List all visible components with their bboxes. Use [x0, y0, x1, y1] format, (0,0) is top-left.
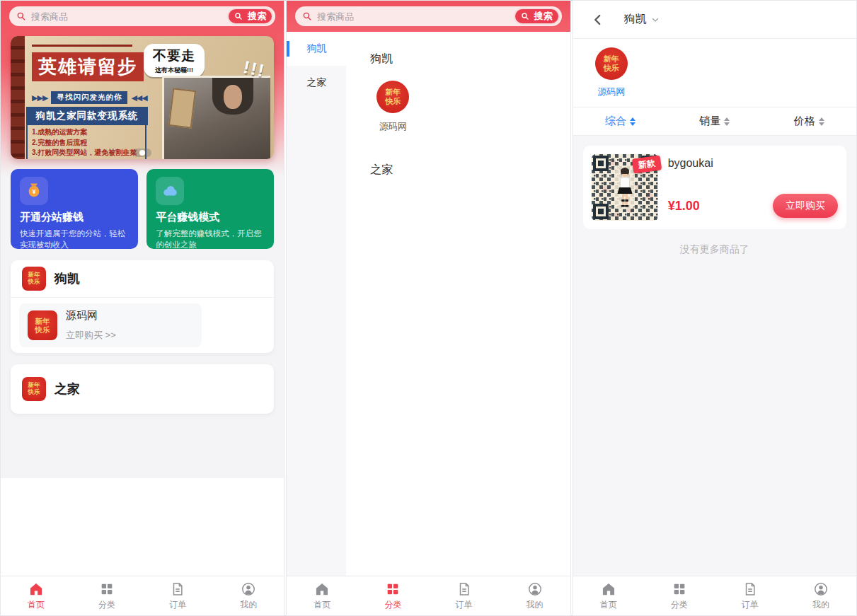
section-card-zhijia: 新年 快乐 之家 [11, 364, 274, 414]
no-more-text: 没有更多商品了 [573, 243, 856, 256]
sort-price[interactable]: 价格 [762, 115, 856, 128]
app-icon-line2: 快乐 [385, 97, 401, 106]
carousel-indicator[interactable] [133, 149, 151, 157]
nav-me[interactable]: 我的 [786, 581, 856, 611]
section-card-goukai: 新年 快乐 狗凯 新年 快乐 源码网 [11, 260, 274, 353]
search-button-label: 搜索 [248, 10, 266, 23]
search-input[interactable] [316, 11, 513, 23]
carousel-dot [139, 150, 145, 156]
nav-orders-label: 订单 [456, 599, 473, 611]
promo-title: 开通分站赚钱 [20, 211, 129, 224]
buy-now-link[interactable]: 立即购买 >> [66, 329, 116, 342]
sort-sales[interactable]: 销量 [667, 115, 761, 128]
banner-exclaim: !!! [242, 57, 268, 81]
hero-banner[interactable]: 英雄请留步 不要走 这有本秘籍!!! !!! ▶▶▶ 寻找闪闪发光的你 [11, 36, 274, 159]
home-screen: 搜索 英雄请留步 不要走 这有本秘籍!!! [1, 1, 284, 576]
sidebar-item-label: 之家 [306, 76, 326, 89]
search-button-icon [521, 12, 529, 21]
listing-title: 狗凯 [624, 12, 647, 27]
nav-me[interactable]: 我的 [213, 581, 284, 611]
search-button[interactable]: 搜索 [227, 8, 273, 25]
nav-category-label: 分类 [384, 599, 401, 611]
app-icon-line2: 快乐 [35, 325, 50, 334]
buy-now-button[interactable]: 立即购买 [773, 194, 838, 218]
category-item-label: 源码网 [370, 120, 415, 133]
listing-header: 狗凯 [573, 1, 856, 39]
nav-home[interactable]: 首页 [1, 581, 71, 611]
search-field[interactable]: 搜索 [295, 6, 561, 26]
sort-label: 销量 [699, 115, 720, 128]
banner-point-2: 2.完整的售后流程 [32, 138, 142, 149]
banner-point-3: 3.打败同类型网站，避免被割韭菜 [32, 148, 142, 158]
sidebar-item-zhijia[interactable]: 之家 [287, 66, 346, 100]
nav-category[interactable]: 分类 [644, 581, 715, 611]
listing-title-dropdown[interactable]: 狗凯 [624, 12, 660, 27]
app-frame: 搜索 英雄请留步 不要走 这有本秘籍!!! [0, 0, 857, 616]
section-header-goukai[interactable]: 新年 快乐 狗凯 [11, 260, 274, 297]
nav-category[interactable]: 分类 [71, 581, 142, 611]
promo-title: 平台赚钱模式 [156, 211, 265, 224]
nav-orders-label: 订单 [169, 599, 186, 611]
search-button[interactable]: 搜索 [514, 8, 560, 25]
nav-me-label: 我的 [240, 599, 257, 611]
nav-me[interactable]: 我的 [500, 581, 570, 611]
mini-item-name: 源码网 [66, 309, 116, 322]
banner-ribbon: 寻找闪闪发光的你 [51, 91, 127, 104]
category-group-title: 狗凯 [370, 52, 570, 66]
sort-arrows-icon [724, 117, 730, 126]
brand-row: 新年 快乐 源码网 [573, 39, 856, 107]
search-input[interactable] [30, 11, 227, 23]
category-sidebar: 狗凯 之家 [287, 32, 346, 576]
listing-body: 新款 bygoukai ¥1.00 立即购买 没有更多商品了 [573, 136, 856, 576]
product-card[interactable]: 新款 bygoukai ¥1.00 立即购买 [583, 146, 846, 229]
nav-category[interactable]: 分类 [357, 581, 428, 611]
sidebar-item-goukai[interactable]: 狗凯 [287, 32, 346, 66]
brand-block-yuanmawang[interactable]: 新年 快乐 源码网 [592, 47, 631, 98]
nav-orders[interactable]: 订单 [142, 581, 213, 611]
app-icon-line2: 快乐 [604, 64, 619, 73]
category-group-title: 之家 [370, 163, 570, 178]
banner-rule [32, 45, 132, 47]
nav-me-label: 我的 [527, 599, 543, 611]
nav-home[interactable]: 首页 [573, 581, 644, 611]
section-title: 狗凯 [54, 270, 80, 287]
promo-desc: 了解完整的赚钱模式，开启您的创业之旅 [156, 228, 265, 249]
product-image: 新款 [592, 154, 658, 221]
back-icon[interactable] [592, 13, 604, 26]
new-year-app-icon: 新年 快乐 [595, 47, 628, 80]
promo-card-platform[interactable]: 平台赚钱模式 了解完整的赚钱模式，开启您的创业之旅 [146, 169, 274, 249]
nav-category-label: 分类 [98, 599, 115, 611]
sort-arrows-icon [630, 117, 635, 126]
nav-home-label: 首页 [600, 599, 617, 611]
new-year-app-icon: 新年 快乐 [376, 81, 409, 113]
bottom-nav: 首页 分类 订单 我的 [1, 576, 284, 615]
listing-panel: 狗凯 新年 快乐 源码网 综合 [573, 1, 856, 615]
category-item-yuanmawang[interactable]: 新年 快乐 源码网 [370, 81, 415, 133]
sort-label: 价格 [794, 115, 815, 128]
search-button-icon [234, 12, 243, 21]
section-title: 之家 [54, 380, 80, 397]
chevron-down-icon [651, 16, 660, 24]
search-field[interactable]: 搜索 [9, 6, 275, 26]
bubble-subtitle: 这有本秘籍!!! [146, 66, 202, 75]
sort-comprehensive[interactable]: 综合 [573, 115, 667, 128]
listing-screen: 狗凯 新年 快乐 源码网 综合 [573, 1, 856, 576]
nav-home[interactable]: 首页 [287, 581, 357, 611]
nav-category-label: 分类 [671, 599, 688, 611]
product-mini-card[interactable]: 新年 快乐 源码网 立即购买 >> [19, 303, 202, 347]
nav-orders-label: 订单 [742, 599, 759, 611]
nav-orders[interactable]: 订单 [428, 581, 499, 611]
new-year-app-icon: 新年 快乐 [22, 377, 46, 401]
banner-point-1: 1.成熟的运营方案 [32, 127, 142, 138]
search-icon [302, 11, 312, 21]
section-header-zhijia[interactable]: 新年 快乐 之家 [11, 364, 274, 414]
nav-home-label: 首页 [314, 599, 330, 611]
sort-bar: 综合 销量 价格 [573, 107, 856, 136]
banner-subtitle: 狗凯之家同款变现系统 [26, 107, 148, 125]
banner-photo-face [224, 85, 242, 109]
banner-spine-decoration [11, 36, 25, 159]
promo-card-branch[interactable]: ¥ 开通分站赚钱 快速开通属于您的分站，轻松实现被动收入 [11, 169, 138, 249]
bottom-nav: 首页 分类 订单 我的 [573, 576, 856, 615]
app-icon-line2: 快乐 [28, 389, 40, 396]
nav-orders[interactable]: 订单 [715, 581, 786, 611]
